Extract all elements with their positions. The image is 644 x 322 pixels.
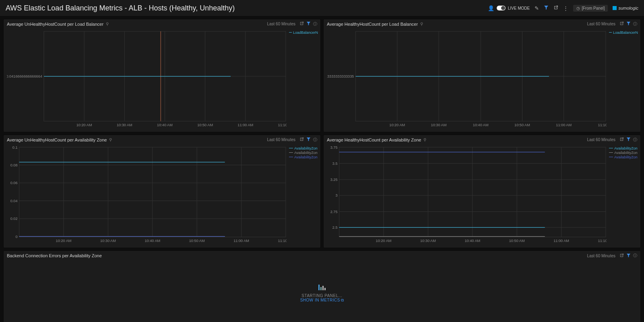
panel-share-icon[interactable]: [619, 253, 624, 258]
svg-text:10:30 AM: 10:30 AM: [431, 123, 447, 127]
panel-filter-icon[interactable]: [626, 21, 631, 27]
panel-filter-icon[interactable]: [306, 21, 311, 27]
chart-area[interactable]: 3.75 3.5 3.25 3 2.75 2.5 10:20 AM 10:30 …: [327, 146, 607, 246]
legend-item[interactable]: AvailabilityZon: [289, 146, 318, 150]
panel-healthy-per-az: Average HealthyHostCount per Availabilit…: [323, 135, 641, 248]
svg-text:0.02: 0.02: [10, 217, 18, 221]
svg-text:10:40 AM: 10:40 AM: [144, 239, 160, 243]
svg-text:10:20 AM: 10:20 AM: [76, 123, 92, 127]
loading-state: STARTING PANEL... SHOW IN METRICS ⧉: [4, 260, 640, 322]
panel-share-icon[interactable]: [619, 21, 624, 27]
panel-share-icon[interactable]: [299, 21, 304, 27]
panel-share-icon[interactable]: [619, 137, 624, 142]
svg-text:11:10 AM: 11:10 AM: [278, 123, 287, 127]
svg-text:3.3333333333335: 3.3333333333335: [327, 74, 354, 78]
panel-time-range: Last 60 Minutes: [267, 137, 295, 142]
clock-icon: ◷: [576, 6, 580, 10]
live-mode-label: LIVE MODE: [508, 6, 530, 10]
zoom-icon[interactable]: ⚲: [109, 137, 112, 142]
svg-text:11:00 AM: 11:00 AM: [553, 239, 569, 243]
panel-title: Average UnHealthyHostCount per Availabil…: [7, 137, 107, 142]
legend-item[interactable]: AvailabilityZon: [609, 146, 638, 150]
panel-info-icon[interactable]: ⓘ: [313, 137, 317, 143]
chart-area[interactable]: 3.3333333333335 10:20 AM 10:30 AM 10:40 …: [327, 31, 607, 130]
panel-time-range: Last 60 Minutes: [267, 22, 295, 26]
svg-text:0: 0: [15, 234, 17, 238]
panel-share-icon[interactable]: [299, 137, 304, 142]
svg-text:10:50 AM: 10:50 AM: [189, 239, 205, 243]
svg-text:2.75: 2.75: [330, 209, 338, 213]
brand-square-icon: [613, 6, 617, 10]
panel-info-icon[interactable]: ⓘ: [313, 21, 317, 27]
filter-icon[interactable]: [544, 5, 549, 11]
zoom-icon[interactable]: ⚲: [420, 22, 423, 26]
svg-text:3.5: 3.5: [332, 161, 338, 165]
page-title: AWS Elastic Load Balancing Metrics - ALB…: [6, 4, 235, 12]
legend-item[interactable]: LoadBalancerN: [289, 31, 318, 35]
panel-filter-icon[interactable]: [306, 137, 311, 142]
zoom-icon[interactable]: ⚲: [423, 137, 426, 142]
user-icon: 👤: [488, 5, 494, 11]
svg-text:11:10 AM: 11:10 AM: [278, 239, 287, 243]
svg-text:3.25: 3.25: [330, 178, 338, 182]
edit-icon[interactable]: ✎: [535, 5, 539, 11]
svg-text:10:40 AM: 10:40 AM: [473, 123, 489, 127]
svg-text:11:00 AM: 11:00 AM: [556, 123, 572, 127]
panel-filter-icon[interactable]: [626, 137, 631, 142]
svg-text:10:40 AM: 10:40 AM: [157, 123, 173, 127]
svg-text:0.06: 0.06: [10, 181, 18, 185]
panel-unhealthy-per-lb: Average UnHealthyHostCount per Load Bala…: [3, 19, 321, 132]
legend-item[interactable]: AvailabilityZon: [289, 155, 318, 159]
legend-item[interactable]: AvailabilityZon: [609, 151, 638, 155]
y-tick: 0.0416666666666664: [7, 74, 42, 78]
panel-info-icon[interactable]: ⓘ: [633, 21, 637, 27]
legend: LoadBalancerN: [608, 29, 640, 132]
svg-text:0.08: 0.08: [10, 163, 18, 167]
chart-area[interactable]: 0.0416666666666664 10:20 AM 10:30 AM 10:…: [7, 31, 287, 130]
brand-logo: sumologic: [613, 6, 638, 10]
svg-text:10:40 AM: 10:40 AM: [464, 239, 480, 243]
svg-text:10:30 AM: 10:30 AM: [100, 239, 116, 243]
panel-filter-icon[interactable]: [626, 253, 631, 258]
svg-text:10:20 AM: 10:20 AM: [56, 239, 72, 243]
panel-title: Backend Connection Errors per Availabili…: [7, 253, 102, 258]
dashboard-grid: Average UnHealthyHostCount per Load Bala…: [0, 16, 644, 322]
panel-unhealthy-per-az: Average UnHealthyHostCount per Availabil…: [3, 135, 321, 248]
header-controls: 👤 LIVE MODE ✎ ⋮ ◷ [From Panel] sumologic: [488, 5, 638, 12]
loading-text: STARTING PANEL...: [301, 293, 342, 298]
panel-info-icon[interactable]: ⓘ: [633, 253, 637, 258]
chart-area[interactable]: 0.1 0.08 0.06 0.04 0.02 0 10:20 AM 10:30…: [7, 146, 287, 246]
svg-text:0.1: 0.1: [12, 146, 18, 150]
panel-title: Average HealthyHostCount per Availabilit…: [327, 137, 421, 142]
live-mode-toggle[interactable]: [497, 6, 506, 10]
panel-time-range: Last 60 Minutes: [587, 254, 615, 258]
panel-title: Average HealthyHostCount per Load Balanc…: [327, 22, 418, 27]
svg-text:11:00 AM: 11:00 AM: [233, 239, 249, 243]
show-in-metrics-link[interactable]: SHOW IN METRICS ⧉: [300, 298, 344, 303]
legend-item[interactable]: LoadBalancerN: [609, 31, 638, 35]
panel-title: Average UnHealthyHostCount per Load Bala…: [7, 22, 103, 27]
svg-text:3: 3: [335, 193, 337, 197]
svg-text:11:00 AM: 11:00 AM: [237, 123, 253, 127]
zoom-icon[interactable]: ⚲: [106, 22, 109, 26]
svg-text:11:10 AM: 11:10 AM: [598, 123, 607, 127]
svg-text:10:20 AM: 10:20 AM: [389, 123, 405, 127]
panel-info-icon[interactable]: ⓘ: [633, 137, 637, 143]
legend-item[interactable]: AvailabilityZon: [609, 155, 638, 159]
legend-item[interactable]: AvailabilityZon: [289, 151, 318, 155]
legend: LoadBalancerN: [288, 29, 320, 132]
more-icon[interactable]: ⋮: [563, 5, 568, 11]
svg-text:10:50 AM: 10:50 AM: [514, 123, 530, 127]
legend: AvailabilityZon AvailabilityZon Availabi…: [608, 145, 640, 248]
svg-text:3.75: 3.75: [330, 146, 338, 150]
share-icon[interactable]: [553, 5, 558, 11]
svg-text:10:50 AM: 10:50 AM: [509, 239, 525, 243]
panel-time-range: Last 60 Minutes: [587, 22, 615, 26]
external-link-icon: ⧉: [341, 298, 344, 303]
panel-time-range: Last 60 Minutes: [587, 137, 615, 142]
svg-text:10:30 AM: 10:30 AM: [420, 239, 436, 243]
panel-backend-errors: Backend Connection Errors per Availabili…: [3, 250, 641, 322]
time-range-button[interactable]: ◷ [From Panel]: [573, 5, 608, 12]
svg-text:11:10 AM: 11:10 AM: [598, 239, 607, 243]
svg-text:0.04: 0.04: [10, 199, 18, 203]
